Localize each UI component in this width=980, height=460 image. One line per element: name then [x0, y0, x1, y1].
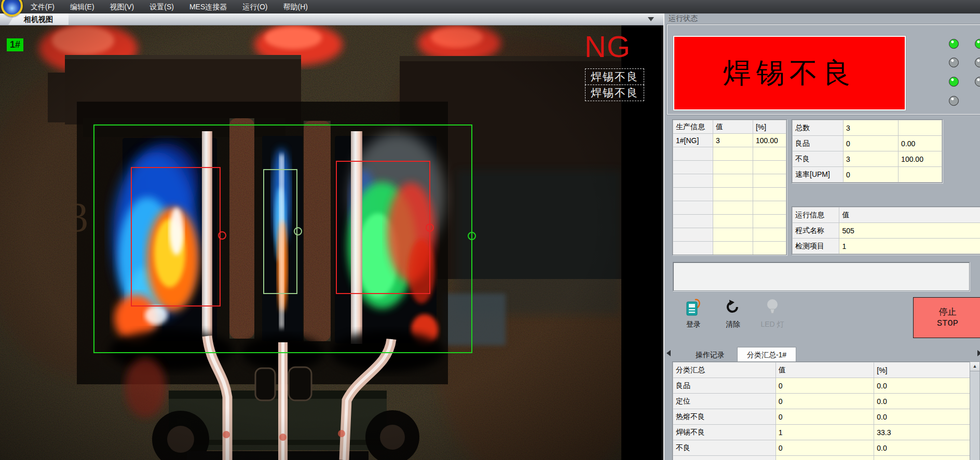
led-light-button[interactable]: LED 灯 — [756, 298, 789, 334]
menu-item-0[interactable]: 文件(F) — [23, 0, 62, 13]
table-row: 良品00.00 — [793, 136, 942, 151]
led-indicator-gray — [949, 58, 959, 67]
table-cell — [753, 147, 786, 161]
table-row — [673, 147, 786, 161]
table-cell: 3 — [713, 134, 753, 147]
table-cell: 不良 — [673, 440, 776, 456]
message-box — [673, 262, 970, 291]
table-cell: 检测项目 — [793, 239, 839, 254]
table-cell — [713, 188, 753, 201]
table-cell — [753, 215, 786, 228]
table-cell — [673, 174, 713, 188]
camera-viewport: 3 1# NG 焊锡不良焊锡不良 — [0, 25, 663, 460]
table-cell: 0 — [775, 378, 874, 394]
table-cell: 0.0 — [874, 378, 970, 394]
table-cell — [713, 228, 753, 242]
table-row — [673, 161, 786, 174]
table-row: 速率[UPM]0 — [793, 167, 942, 183]
defect-labels: 焊锡不良焊锡不良 — [585, 69, 644, 101]
table-cell — [713, 147, 753, 161]
table-cell — [874, 456, 970, 460]
table-cell — [673, 161, 713, 174]
led-indicator-green — [949, 39, 959, 49]
table-header-cell: [%] — [753, 120, 786, 134]
table-row: 1#[NG]3100.00 — [673, 134, 786, 147]
table-row — [673, 188, 786, 201]
table-cell: 1#[NG] — [673, 134, 713, 147]
bottom-tab-1[interactable]: 分类汇总-1# — [737, 347, 796, 362]
table-cell — [899, 167, 942, 183]
table-cell — [753, 228, 786, 242]
scroll-up-icon[interactable]: ▲ — [970, 362, 979, 371]
menu-item-6[interactable]: 帮助(H) — [275, 0, 315, 13]
led-indicator-gray — [975, 77, 980, 87]
login-button[interactable]: 登录 — [677, 298, 710, 334]
menu-item-5[interactable]: 运行(O) — [235, 0, 275, 13]
tab-scroll-right-icon[interactable] — [977, 350, 980, 356]
table-header-row: 运行信息值 — [793, 207, 980, 223]
table-header-cell: [%] — [874, 363, 970, 378]
production-table: 生产信息值[%]1#[NG]3100.00 — [672, 119, 787, 255]
summary-table-scrollbar[interactable]: ▲ — [970, 361, 980, 460]
table-cell: 33.3 — [874, 425, 970, 440]
table-cell — [673, 456, 776, 460]
table-cell: 1 — [839, 239, 980, 254]
led-indicator-green — [949, 77, 959, 87]
table-cell: 0 — [843, 167, 898, 183]
stop-button[interactable]: 停止 STOP — [913, 297, 980, 338]
table-cell: 程式名称 — [793, 223, 839, 239]
table-cell — [673, 201, 713, 215]
menu-item-1[interactable]: 编辑(E) — [62, 0, 102, 13]
led-light-label: LED 灯 — [756, 320, 789, 329]
table-cell — [753, 188, 786, 201]
table-cell: 0 — [775, 394, 874, 409]
table-cell — [673, 188, 713, 201]
table-cell: 定位 — [673, 394, 776, 409]
chevron-down-icon[interactable] — [648, 17, 654, 21]
menu-item-2[interactable]: 视图(V) — [102, 0, 142, 13]
id-badge-icon — [685, 298, 702, 316]
led-indicator-green — [975, 39, 980, 49]
table-header-row: 分类汇总值[%] — [673, 363, 970, 378]
table-row: 热熔不良00.0 — [673, 409, 970, 425]
table-cell: 505 — [839, 223, 980, 239]
status-group: 焊锡不良 — [666, 24, 980, 115]
stop-label-cn: 停止 — [939, 307, 957, 318]
table-cell: 100.00 — [899, 151, 942, 167]
table-cell — [753, 161, 786, 174]
table-cell — [775, 456, 874, 460]
table-cell: 3 — [843, 151, 898, 167]
bottom-tab-0[interactable]: 操作记录 — [684, 349, 736, 362]
table-row — [673, 242, 786, 255]
table-cell: 0.0 — [874, 409, 970, 425]
tab-scroll-left-icon[interactable] — [666, 350, 671, 356]
table-cell: 良品 — [673, 378, 776, 394]
table-cell: 速率[UPM] — [793, 167, 843, 183]
table-cell: 焊锡不良 — [673, 425, 776, 440]
table-header-cell: 值 — [713, 120, 753, 134]
table-header-cell: 值 — [775, 363, 874, 378]
login-label: 登录 — [677, 320, 710, 329]
menu-item-4[interactable]: MES连接器 — [182, 0, 235, 13]
table-row: 总数3 — [793, 120, 942, 136]
tab-camera-view[interactable]: 相机视图 — [8, 13, 69, 25]
table-header-row: 生产信息值[%] — [673, 120, 786, 134]
summary-table: 分类汇总值[%]良品00.0定位00.0热熔不良00.0焊锡不良133.3不良0… — [672, 361, 971, 460]
run-status-panel: 运行状态 焊锡不良 生产信息值[%]1#[NG]3100.00 总数3良品00.… — [663, 13, 980, 460]
table-cell: 0.0 — [874, 440, 970, 456]
counters-table: 总数3良品00.00不良3100.00速率[UPM]0 — [792, 119, 943, 183]
clear-button[interactable]: 清除 — [716, 298, 750, 334]
table-header-cell: 值 — [839, 207, 980, 223]
led-indicator-gray — [975, 58, 980, 67]
table-cell: 不良 — [793, 151, 843, 167]
table-cell — [753, 201, 786, 215]
table-header-cell: 分类汇总 — [673, 363, 776, 378]
defect-banner-text: 焊锡不良 — [723, 54, 856, 92]
table-row: 不良00.0 — [673, 440, 970, 456]
table-cell — [753, 174, 786, 188]
table-row: 定位00.0 — [673, 394, 970, 409]
menu-item-3[interactable]: 设置(S) — [142, 0, 182, 13]
table-cell — [713, 161, 753, 174]
table-row — [673, 201, 786, 215]
table-row: 检测项目1 — [793, 239, 980, 254]
